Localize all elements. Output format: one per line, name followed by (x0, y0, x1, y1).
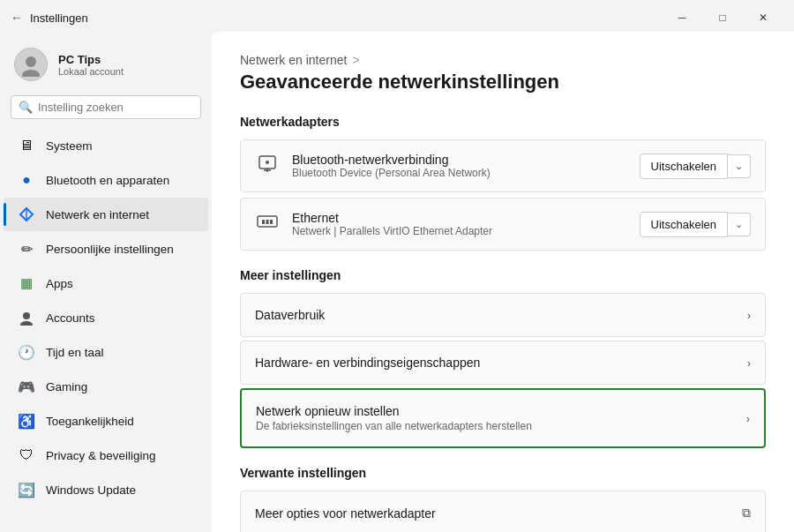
section-meer-title: Meer instellingen (240, 268, 766, 282)
uitschakelen-bluetooth-chevron[interactable]: ⌄ (728, 154, 751, 178)
sidebar: PC Tips Lokaal account 🔍 🖥 Systeem ● Blu… (0, 32, 212, 532)
gaming-icon: 🎮 (18, 378, 35, 395)
external-link-icon: ⧉ (742, 506, 751, 521)
sidebar-item-apps[interactable]: ▦ Apps (4, 266, 208, 300)
sidebar-search[interactable]: 🔍 (11, 95, 201, 119)
systeem-icon: 🖥 (18, 137, 35, 154)
search-icon: 🔍 (19, 101, 33, 114)
svg-point-5 (20, 321, 33, 326)
svg-point-0 (26, 56, 36, 67)
sidebar-item-label: Netwerk en internet (46, 208, 149, 221)
minimize-button[interactable]: ─ (662, 4, 702, 32)
svg-point-7 (266, 161, 269, 164)
main-content: Netwerk en internet > Geavanceerde netwe… (212, 32, 794, 532)
uitschakelen-ethernet-button[interactable]: Uitschakelen (640, 212, 728, 237)
close-button[interactable]: ✕ (743, 4, 783, 32)
uitschakelen-ethernet-chevron[interactable]: ⌄ (728, 213, 751, 236)
ethernet-adapter-icon (255, 211, 280, 237)
svg-point-1 (22, 70, 40, 77)
adapter-bluetooth-right: Uitschakelen ⌄ (640, 154, 751, 179)
netwerk-icon (18, 206, 35, 223)
setting-netwerk-reset-info: Netwerk opnieuw instellen De fabrieksins… (256, 404, 532, 432)
adapter-ethernet: Ethernet Netwerk | Parallels VirtIO Ethe… (240, 198, 766, 251)
update-icon: 🔄 (18, 481, 35, 498)
sidebar-item-tijd[interactable]: 🕐 Tijd en taal (4, 335, 208, 369)
apps-icon: ▦ (18, 274, 35, 292)
adapter-ethernet-sub: Netwerk | Parallels VirtIO Ethernet Adap… (292, 225, 492, 237)
sidebar-item-label: Persoonlijke instellingen (46, 243, 174, 256)
sidebar-profile[interactable]: PC Tips Lokaal account (0, 39, 212, 95)
accounts-icon (18, 309, 35, 326)
setting-netwerk-reset[interactable]: Netwerk opnieuw instellen De fabrieksins… (240, 388, 766, 448)
avatar (14, 48, 48, 81)
setting-hardware-text: Hardware- en verbindingseigenschappen (255, 356, 480, 370)
setting-dataverbruik-text: Dataverbruik (255, 308, 325, 322)
adapter-ethernet-name: Ethernet (292, 211, 492, 225)
svg-rect-13 (270, 220, 273, 224)
meer-instellingen-list: Dataverbruik › Hardware- en verbindingse… (240, 293, 766, 448)
bluetooth-adapter-icon (255, 153, 280, 179)
svg-rect-11 (262, 220, 265, 224)
sidebar-item-label: Bluetooth en apparaten (46, 174, 169, 187)
chevron-right-icon: › (746, 412, 750, 425)
adapter-bluetooth-name: Bluetooth-netwerkverbinding (292, 153, 491, 167)
title-bar-title: Instellingen (30, 11, 88, 25)
sidebar-item-systeem[interactable]: 🖥 Systeem (4, 129, 208, 162)
back-icon[interactable]: ← (11, 11, 23, 25)
sidebar-item-gaming[interactable]: 🎮 Gaming (4, 370, 208, 403)
adapter-bluetooth-sub: Bluetooth Device (Personal Area Network) (292, 167, 491, 179)
svg-point-4 (23, 312, 30, 319)
adapter-bluetooth-info: Bluetooth-netwerkverbinding Bluetooth De… (292, 153, 491, 179)
sidebar-item-accounts[interactable]: Accounts (4, 301, 208, 334)
adapter-bluetooth-left: Bluetooth-netwerkverbinding Bluetooth De… (255, 153, 491, 179)
adapter-bluetooth: Bluetooth-netwerkverbinding Bluetooth De… (240, 139, 766, 192)
sidebar-item-label: Privacy & beveiliging (46, 449, 156, 462)
title-bar: ← Instellingen ─ □ ✕ (0, 0, 794, 32)
sidebar-item-label: Gaming (46, 380, 87, 393)
breadcrumb-separator: > (352, 53, 359, 67)
sidebar-item-update[interactable]: 🔄 Windows Update (4, 473, 208, 506)
setting-meer-opties[interactable]: Meer opties voor netwerkadapter ⧉ (240, 491, 766, 532)
svg-rect-12 (266, 220, 269, 224)
profile-info: PC Tips Lokaal account (58, 53, 124, 77)
persoonlijke-icon: ✏ (18, 240, 35, 258)
sidebar-item-label: Toegankelijkheid (46, 415, 134, 428)
toegankelijkheid-icon: ♿ (18, 412, 35, 430)
sidebar-item-label: Windows Update (46, 483, 136, 497)
title-bar-controls: ─ □ ✕ (662, 4, 783, 32)
title-bar-left: ← Instellingen (11, 11, 88, 25)
bluetooth-icon: ● (18, 171, 35, 189)
verwante-list: Meer opties voor netwerkadapter ⧉ Window… (240, 491, 766, 532)
tijd-icon: 🕐 (18, 343, 35, 361)
profile-sub: Lokaal account (58, 66, 124, 77)
privacy-icon: 🛡 (18, 446, 35, 464)
sidebar-item-label: Apps (46, 277, 73, 290)
sidebar-item-privacy[interactable]: 🛡 Privacy & beveiliging (4, 438, 208, 472)
adapter-ethernet-left: Ethernet Netwerk | Parallels VirtIO Ethe… (255, 211, 492, 237)
uitschakelen-bluetooth-button[interactable]: Uitschakelen (640, 154, 728, 179)
app-body: PC Tips Lokaal account 🔍 🖥 Systeem ● Blu… (0, 32, 794, 532)
setting-meer-opties-text: Meer opties voor netwerkadapter (255, 506, 436, 521)
setting-hardware[interactable]: Hardware- en verbindingseigenschappen › (240, 341, 766, 385)
section-netwerkadapters-title: Netwerkadapters (240, 115, 766, 129)
search-input[interactable] (38, 101, 193, 114)
maximize-button[interactable]: □ (702, 4, 743, 32)
setting-dataverbruik[interactable]: Dataverbruik › (240, 293, 766, 337)
adapter-ethernet-right: Uitschakelen ⌄ (640, 212, 751, 237)
page-title: Geavanceerde netwerkinstellingen (240, 71, 766, 94)
sidebar-item-netwerk[interactable]: Netwerk en internet (4, 198, 208, 231)
chevron-right-icon: › (747, 309, 751, 322)
sidebar-item-bluetooth[interactable]: ● Bluetooth en apparaten (4, 163, 208, 197)
sidebar-item-persoonlijke[interactable]: ✏ Persoonlijke instellingen (4, 232, 208, 266)
sidebar-item-label: Systeem (46, 139, 93, 153)
breadcrumb-parent[interactable]: Netwerk en internet (240, 53, 347, 67)
netwerkadapters-list: Bluetooth-netwerkverbinding Bluetooth De… (240, 139, 766, 251)
breadcrumb: Netwerk en internet > (240, 53, 766, 67)
adapter-ethernet-info: Ethernet Netwerk | Parallels VirtIO Ethe… (292, 211, 492, 237)
sidebar-item-toegankelijkheid[interactable]: ♿ Toegankelijkheid (4, 404, 208, 438)
sidebar-item-label: Accounts (46, 311, 95, 325)
section-verwante-title: Verwante instellingen (240, 466, 766, 480)
sidebar-item-label: Tijd en taal (46, 346, 104, 359)
chevron-right-icon: › (747, 356, 751, 370)
sidebar-nav: 🖥 Systeem ● Bluetooth en apparaten Netwe… (0, 128, 212, 525)
